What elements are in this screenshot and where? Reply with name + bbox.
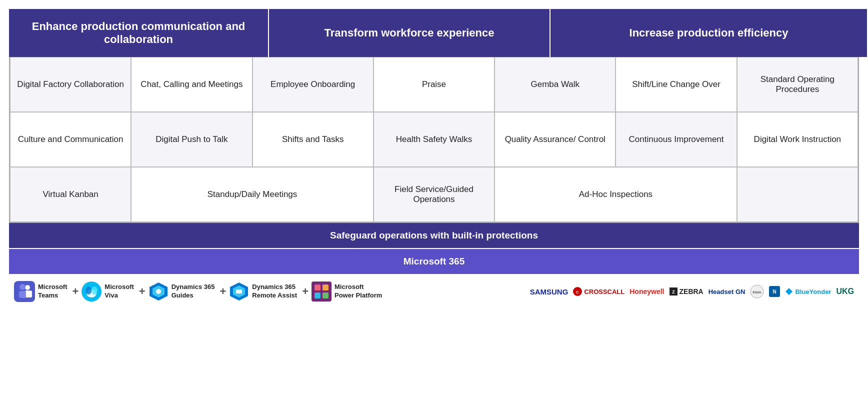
svg-point-7 xyxy=(86,286,92,294)
dynamics-guides-label: Dynamics 365Guides xyxy=(172,283,215,300)
logo-teams: MicrosoftTeams xyxy=(14,281,68,302)
cell-digital-factory: Digital Factory Collaboration xyxy=(10,57,131,112)
capability-grid: Digital Factory Collaboration Chat, Call… xyxy=(9,57,859,223)
cell-field-service: Ad-Hoc Inspections xyxy=(494,167,737,222)
cell-shift-line: Shift/Line Change Over xyxy=(616,57,736,112)
power-platform-icon xyxy=(312,282,332,302)
logos-row: MicrosoftTeams + MicrosoftViva + xyxy=(9,274,859,309)
svg-point-11 xyxy=(156,289,161,294)
cell-quality-assurance: Quality Assurance/ Control xyxy=(494,112,616,167)
svg-rect-16 xyxy=(314,284,320,290)
cell-shifts-tasks: Shifts and Tasks xyxy=(252,112,374,167)
header-col1: Enhance production communication and col… xyxy=(9,9,269,57)
cell-praise: Praise xyxy=(374,57,494,112)
m365-banner: Microsoft 365 xyxy=(9,249,859,274)
brand-ukg: UKG xyxy=(836,287,854,296)
logo-power-platform: MicrosoftPower Platform xyxy=(312,282,382,302)
svg-text:N: N xyxy=(773,289,776,294)
cell-health-safety: Health Safety Walks xyxy=(374,112,494,167)
cell-chat-calling: Chat, Calling and Meetings xyxy=(131,57,252,112)
cell-continuous-improvement: Continuous Improvement xyxy=(616,112,736,167)
plus-1: + xyxy=(72,285,79,298)
svg-rect-15 xyxy=(312,282,332,302)
cell-employee-onboarding: Employee Onboarding xyxy=(252,57,374,112)
svg-point-8 xyxy=(92,286,98,294)
cell-virtual-kanban: Virtual Kanban xyxy=(10,167,131,222)
header-row: Enhance production communication and col… xyxy=(9,9,859,57)
plus-3: + xyxy=(220,285,226,298)
power-platform-label: MicrosoftPower Platform xyxy=(334,283,382,300)
svg-point-3 xyxy=(20,284,26,290)
main-container: Enhance production communication and col… xyxy=(0,0,868,309)
svg-point-1 xyxy=(25,285,30,290)
viva-icon xyxy=(82,282,102,302)
teams-icon xyxy=(14,281,35,302)
cell-digital-work: Digital Work Instruction xyxy=(737,112,858,167)
plus-4: + xyxy=(302,285,308,298)
svg-rect-17 xyxy=(322,284,328,290)
logo-dynamics-guides: Dynamics 365Guides xyxy=(148,282,215,302)
header-col3: Increase production efficiency xyxy=(550,9,867,57)
brand-blueyonder: BlueYonder xyxy=(785,288,831,296)
cell-standup: Standup/Daily Meetings xyxy=(131,167,374,222)
banner-row: Safeguard operations with built-in prote… xyxy=(9,223,859,274)
viva-label: MicrosoftViva xyxy=(104,283,134,300)
header-col2: Transform workforce experience xyxy=(269,9,550,57)
brand-zebra: Z ZEBRA xyxy=(670,288,704,296)
svg-rect-4 xyxy=(19,291,26,298)
svg-text:Z: Z xyxy=(672,290,675,294)
cell-culture-comm: Culture and Communication xyxy=(10,112,131,167)
dynamics-guides-icon xyxy=(148,282,168,302)
svg-rect-2 xyxy=(25,290,32,298)
teams-label: MicrosoftTeams xyxy=(38,283,68,300)
logo-dynamics-remote: Dynamics 365Remote Assist xyxy=(229,282,297,302)
svg-text:C: C xyxy=(576,290,579,294)
logo-viva: MicrosoftViva xyxy=(82,282,134,302)
brand-crosscall: C CROSSCALL xyxy=(573,287,624,296)
plus-2: + xyxy=(139,285,146,298)
dynamics-remote-label: Dynamics 365Remote Assist xyxy=(252,283,297,300)
svg-rect-14 xyxy=(236,290,242,294)
dynamics-remote-icon xyxy=(229,282,249,302)
partner-brands: SAMSUNG C CROSSCALL Honeywell Z ZEBRA He… xyxy=(530,284,854,298)
svg-text:Klein: Klein xyxy=(753,290,762,294)
svg-marker-28 xyxy=(786,288,792,295)
cell-standard-ops: Standard Operating Procedures xyxy=(737,57,858,112)
svg-rect-19 xyxy=(322,292,328,298)
safeguard-banner: Safeguard operations with built-in prote… xyxy=(9,223,859,248)
svg-rect-18 xyxy=(314,292,320,298)
brand-klein: Klein xyxy=(750,284,764,298)
brand-samsung: SAMSUNG xyxy=(530,288,568,296)
cell-on-the-job: Field Service/Guided Operations xyxy=(374,167,494,222)
brand-nuance: N xyxy=(769,286,780,297)
cell-adhoc xyxy=(737,167,858,222)
cell-gemba-walk: Gemba Walk xyxy=(494,57,616,112)
cell-digital-push: Digital Push to Talk xyxy=(131,112,252,167)
brand-honeywell: Honeywell xyxy=(630,288,664,296)
brand-gn: Headset GN xyxy=(708,288,746,296)
